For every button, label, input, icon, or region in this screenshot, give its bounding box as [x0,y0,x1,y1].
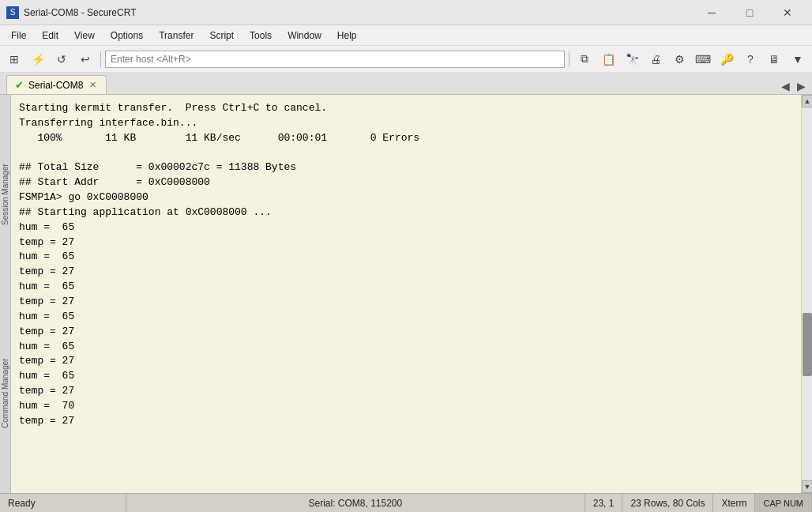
command-manager-label[interactable]: Command Manager [0,294,10,493]
scroll-up-button[interactable]: ▲ [802,95,812,107]
session-options-button[interactable]: ⚙ [668,49,690,70]
ready-text: Ready [8,498,36,509]
keymap-button[interactable]: ⌨ [692,49,714,70]
connection-text: Serial: COM8, 115200 [308,498,402,509]
clipboard-icon: 📋 [602,53,615,66]
close-button[interactable]: ✕ [769,2,806,24]
scroll-thumb[interactable] [803,313,812,376]
titlebar: S Serial-COM8 - SecureCRT ─ □ ✕ [0,0,812,25]
map-keys-button[interactable]: 📋 [597,49,619,70]
tab-prev-button[interactable]: ◀ [777,78,793,94]
tab-navigation: ◀ ▶ [774,78,812,94]
statusbar: Ready Serial: COM8, 115200 23, 1 23 Rows… [0,493,812,512]
position-text: 23, 1 [593,498,615,509]
session-manager-label[interactable]: Session Manager [0,95,10,294]
left-sidebar: Session Manager Command Manager [0,95,11,493]
key-icon: 🔑 [720,53,734,66]
menu-item-window[interactable]: Window [280,27,329,44]
status-ready: Ready [0,494,126,512]
status-position: 23, 1 [585,494,623,512]
scroll-track[interactable] [802,107,812,480]
minimize-button[interactable]: ─ [694,2,730,24]
tab-label: Serial-COM8 [28,80,83,91]
monitor-icon: 🖥 [769,53,780,66]
status-dimensions: 23 Rows, 80 Cols [622,494,713,512]
find-button[interactable]: 🔭 [621,49,643,70]
menu-item-transfer[interactable]: Transfer [151,27,201,44]
connect-sessions-icon: ⊞ [9,53,19,66]
terminal-output: Starting kermit transfer. Press Ctrl+C t… [19,101,793,429]
key-button[interactable]: 🔑 [716,49,738,70]
menu-item-file[interactable]: File [3,27,34,44]
window-title: Serial-COM8 - SecureCRT [24,7,694,18]
toolbar-separator-1 [100,51,101,67]
menubar: FileEditViewOptionsTransferScriptToolsWi… [0,25,812,46]
menu-item-script[interactable]: Script [201,27,242,44]
scroll-down-button[interactable]: ▼ [802,480,812,493]
menu-item-tools[interactable]: Tools [242,27,280,44]
tabbar: ✔ Serial-COM8 ✕ ◀ ▶ [0,73,812,95]
vertical-scrollbar[interactable]: ▲ ▼ [801,95,812,493]
status-terminal-type: Xterm [713,494,755,512]
help-button[interactable]: ? [739,49,761,70]
print-icon: 🖨 [650,53,661,66]
dimensions-text: 23 Rows, 80 Cols [630,498,705,509]
lightning-icon: ⚡ [32,53,45,66]
keyboard-icon: ⌨ [695,53,711,66]
reconnect-icon: ↩ [81,53,90,66]
quick-connect-button[interactable]: ⚡ [27,49,49,70]
toolbar-more-button[interactable]: ▼ [787,49,809,70]
tab-status-icon: ✔ [15,79,24,91]
app-icon: S [6,6,19,19]
menu-item-help[interactable]: Help [329,27,365,44]
window-controls: ─ □ ✕ [694,2,806,24]
settings-icon: ⚙ [675,53,685,66]
address-input[interactable] [105,51,565,68]
clone-icon: ⧉ [581,52,588,66]
tab-next-button[interactable]: ▶ [793,78,809,94]
reconnect-button[interactable]: ↺ [51,49,73,70]
status-connection: Serial: COM8, 115200 [126,494,585,512]
monitor-button[interactable]: 🖥 [763,49,785,70]
maximize-button[interactable]: □ [731,2,768,24]
tab-serial-com8[interactable]: ✔ Serial-COM8 ✕ [6,75,107,94]
disconnect-reconnect-button[interactable]: ↩ [74,49,96,70]
status-caps: CAP NUM [755,494,812,512]
menu-item-view[interactable]: View [66,27,103,44]
connect-sessions-button[interactable]: ⊞ [3,49,25,70]
menu-item-edit[interactable]: Edit [34,27,66,44]
terminal-area[interactable]: Starting kermit transfer. Press Ctrl+C t… [11,95,801,493]
caps-text: CAP NUM [763,499,803,508]
print-button[interactable]: 🖨 [645,49,667,70]
tab-close-button[interactable]: ✕ [88,80,98,90]
help-icon: ? [747,53,754,66]
terminal-type-text: Xterm [721,498,746,509]
refresh-icon: ↺ [57,53,66,66]
menu-item-options[interactable]: Options [103,27,151,44]
toolbar-separator-2 [569,51,570,67]
toolbar: ⊞ ⚡ ↺ ↩ ⧉ 📋 🔭 🖨 ⚙ ⌨ 🔑 ? 🖥 ▼ [0,46,812,73]
clone-session-button[interactable]: ⧉ [573,49,596,70]
binoculars-icon: 🔭 [626,53,639,66]
main-content: Session Manager Command Manager Starting… [0,95,812,493]
